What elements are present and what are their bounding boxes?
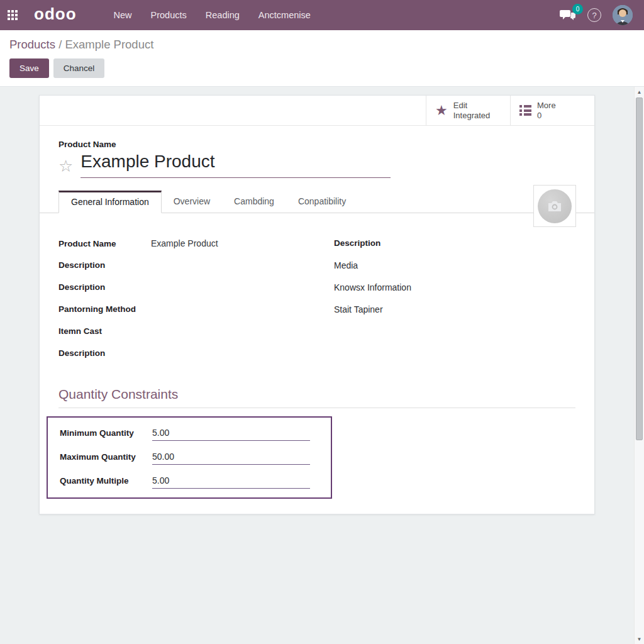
tab-conpatibility[interactable]: Conpatibility [286, 191, 358, 213]
content-area: ★ Edit Integrated More 0 [0, 87, 644, 644]
stat-button-label: More 0 [537, 101, 556, 120]
field-label: Pantorning Method [58, 304, 151, 314]
right-column: Description Media Knowsx Information Sta… [334, 238, 575, 370]
nav-item-anctcmenise[interactable]: Anctcmenise [252, 6, 318, 24]
messages-button[interactable]: 0 [560, 9, 576, 21]
field-row: Pantorning Method [58, 304, 300, 318]
stat-button-label: Edit Integrated [453, 101, 491, 120]
help-icon: ? [592, 11, 596, 20]
odoo-app-window: odoo New Products Reading Anctcmenise 0 … [0, 0, 644, 644]
form-sheet: Product Name ☆ Example Product [40, 140, 594, 499]
tab-overview[interactable]: Overview [162, 191, 222, 213]
field-label: Description [58, 260, 151, 270]
field-row: Description [58, 260, 300, 274]
message-count-badge: 0 [572, 4, 583, 14]
field-label: Stait Tapiner [334, 304, 426, 314]
field-row: Product Name Example Product [58, 238, 300, 252]
product-form-card: ★ Edit Integrated More 0 [39, 95, 595, 514]
product-image-placeholder[interactable] [533, 185, 576, 227]
field-row: Minimum Quantity 5.00 [60, 428, 331, 441]
tab-cambding[interactable]: Cambding [222, 191, 286, 213]
nav-menu: New Products Reading Anctcmenise [107, 6, 318, 24]
field-value-input[interactable]: Example Product [151, 238, 218, 248]
title-row: ☆ Example Product [58, 152, 575, 178]
nav-item-new[interactable]: New [107, 6, 139, 24]
field-row: Description [334, 238, 575, 252]
field-row: Quantity Multiple 5.00 [60, 475, 331, 489]
product-name-label: Product Name [58, 140, 575, 149]
field-label: Description [334, 238, 426, 248]
field-row: Maximum Quantity 50.00 [60, 452, 331, 465]
avatar-person-icon [613, 5, 633, 25]
control-panel: Products / Example Product Save Chancel [0, 30, 644, 87]
breadcrumb-separator: / [58, 38, 62, 51]
product-name-input[interactable]: Example Product [80, 152, 391, 178]
field-label: Description [58, 348, 151, 358]
apps-grid-icon [8, 10, 18, 20]
help-button[interactable]: ? [587, 8, 601, 22]
list-icon [519, 105, 531, 116]
quantity-constraints-box: Minimum Quantity 5.00 Maximum Quantity 5… [47, 416, 332, 499]
apps-menu-button[interactable] [0, 0, 25, 30]
breadcrumb: Products / Example Product [9, 38, 635, 52]
quantity-multiple-input[interactable]: 5.00 [152, 475, 310, 489]
scroll-up-button[interactable]: ▲ [635, 87, 644, 97]
action-buttons: Save Chancel [9, 58, 635, 78]
field-label: Minimum Quantity [60, 428, 152, 438]
scroll-thumb[interactable] [636, 97, 643, 440]
field-label: Product Name [58, 239, 151, 248]
max-quantity-input[interactable]: 50.00 [152, 452, 310, 465]
field-row: Stait Tapiner [334, 304, 575, 318]
card-header: ★ Edit Integrated More 0 [40, 96, 594, 126]
section-divider [58, 408, 575, 408]
image-circle [538, 189, 572, 223]
field-row: Description [58, 282, 300, 296]
top-navbar: odoo New Products Reading Anctcmenise 0 … [0, 0, 644, 30]
stat-button-more[interactable]: More 0 [510, 96, 594, 125]
section-title-quantity-constraints: Quantity Constraints [58, 387, 575, 402]
favorite-star-icon[interactable]: ☆ [58, 158, 73, 178]
field-label: Itemn Cast [58, 326, 151, 336]
tab-general-information[interactable]: General Information [58, 191, 162, 213]
field-label: Knowsx Information [334, 282, 426, 292]
field-label: Description [58, 282, 151, 292]
notebook-tabs: General Information Overview Cambding Co… [40, 191, 594, 213]
field-label: Media [334, 260, 426, 270]
breadcrumb-current: Example Product [65, 38, 153, 51]
field-row: Knowsx Information [334, 282, 575, 296]
field-grid: Product Name Example Product Description… [58, 238, 575, 370]
camera-icon [547, 200, 562, 213]
breadcrumb-parent-link[interactable]: Products [9, 38, 55, 51]
field-label: Maximum Quantity [60, 452, 152, 462]
star-icon: ★ [435, 104, 448, 118]
cancel-button[interactable]: Chancel [53, 58, 105, 78]
min-quantity-input[interactable]: 5.00 [152, 428, 310, 441]
nav-item-products[interactable]: Products [144, 6, 194, 24]
vertical-scrollbar[interactable]: ▲ ▼ [634, 87, 644, 644]
left-column: Product Name Example Product Description… [58, 238, 300, 370]
save-button[interactable]: Save [9, 58, 49, 78]
field-row: Media [334, 260, 575, 274]
stat-button-edit-integrated[interactable]: ★ Edit Integrated [426, 96, 510, 125]
user-avatar[interactable] [613, 5, 633, 25]
field-row: Itemn Cast [58, 326, 300, 340]
scroll-down-button[interactable]: ▼ [635, 634, 644, 644]
field-label: Quantity Multiple [60, 476, 152, 486]
navbar-right-cluster: 0 ? [560, 5, 644, 25]
field-row: Description [58, 348, 300, 362]
odoo-logo: odoo [34, 4, 77, 24]
nav-item-reading[interactable]: Reading [199, 6, 247, 24]
